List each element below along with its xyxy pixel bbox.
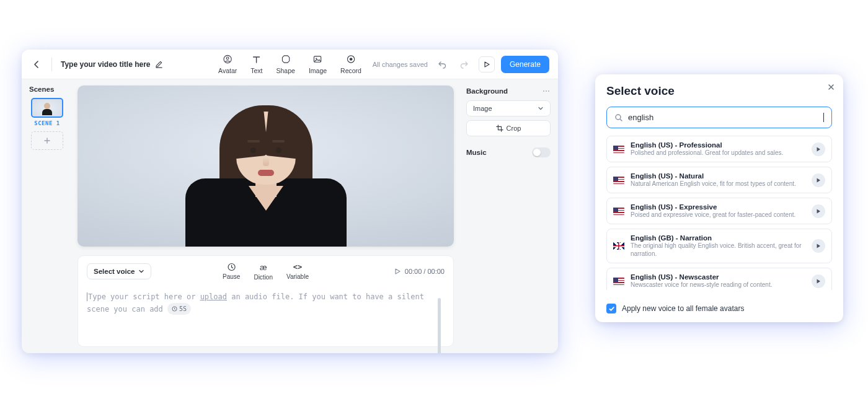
voice-description: Natural American English voice, fit for … bbox=[631, 180, 805, 188]
time-display: 00:00 / 00:00 bbox=[405, 268, 445, 275]
close-icon bbox=[828, 84, 835, 90]
upload-link[interactable]: upload bbox=[200, 292, 227, 301]
scene-thumbnail[interactable] bbox=[31, 98, 63, 118]
image-icon bbox=[312, 55, 322, 64]
modal-title: Select voice bbox=[606, 84, 832, 98]
insert-record-label: Record bbox=[340, 67, 361, 74]
editor-header: Type your video title here Avatar Text S… bbox=[22, 50, 558, 79]
insert-toolbar: Avatar Text Shape Image Record bbox=[218, 55, 361, 74]
redo-button[interactable] bbox=[456, 56, 472, 72]
voice-description: Newscaster voice for news-style reading … bbox=[631, 281, 805, 289]
voice-play-button[interactable] bbox=[812, 173, 825, 187]
scene-label: SCENE 1 bbox=[27, 120, 68, 126]
select-voice-button[interactable]: Select voice bbox=[87, 263, 151, 279]
header-divider bbox=[51, 58, 52, 71]
voice-option[interactable]: English (US) - Newscaster Newscaster voi… bbox=[606, 268, 832, 290]
shape-icon bbox=[281, 55, 291, 64]
add-scene-button[interactable] bbox=[31, 131, 63, 150]
crop-button[interactable]: Crop bbox=[466, 120, 551, 136]
scrollbar[interactable] bbox=[438, 298, 441, 353]
play-outline-icon[interactable] bbox=[394, 268, 401, 275]
voice-play-button[interactable] bbox=[812, 239, 825, 253]
script-variable-button[interactable]: <> Variable bbox=[286, 263, 309, 281]
flag-us-icon bbox=[613, 146, 624, 153]
video-editor-window: Type your video title here Avatar Text S… bbox=[22, 50, 558, 353]
script-timer: 00:00 / 00:00 bbox=[394, 268, 445, 275]
background-type-select[interactable]: Image bbox=[466, 100, 551, 116]
voice-play-button[interactable] bbox=[812, 274, 825, 288]
variable-label: Variable bbox=[286, 273, 309, 280]
voice-play-button[interactable] bbox=[812, 142, 825, 156]
voice-name: English (GB) - Narration bbox=[631, 234, 805, 242]
background-type-value: Image bbox=[473, 105, 492, 112]
text-cursor bbox=[823, 113, 824, 122]
variable-icon: <> bbox=[293, 263, 302, 271]
voice-modal-footer: Apply new voice to all female avatars bbox=[606, 296, 832, 314]
voice-description: Poised and expressive voice, great for f… bbox=[631, 211, 805, 219]
video-title-input[interactable]: Type your video title here bbox=[61, 60, 150, 69]
apply-all-checkbox[interactable] bbox=[606, 304, 616, 314]
insert-record-button[interactable]: Record bbox=[340, 55, 361, 74]
voice-description: Polished and professional. Great for upd… bbox=[631, 149, 805, 157]
script-textarea[interactable]: Type your script here or upload an audio… bbox=[87, 291, 445, 316]
voice-name: English (US) - Natural bbox=[631, 172, 805, 180]
svg-point-3 bbox=[316, 58, 317, 59]
record-icon bbox=[346, 55, 356, 64]
edit-title-icon[interactable] bbox=[155, 60, 163, 68]
canvas-stage[interactable] bbox=[78, 86, 454, 247]
clock-small-icon bbox=[172, 306, 177, 312]
background-section-title: Background bbox=[466, 87, 508, 95]
preview-button[interactable] bbox=[479, 56, 495, 72]
script-placeholder-1: Type your script here or bbox=[88, 292, 200, 301]
clock-icon bbox=[227, 263, 236, 271]
insert-shape-button[interactable]: Shape bbox=[277, 55, 295, 74]
crop-label: Crop bbox=[507, 125, 521, 132]
script-diction-button[interactable]: æ Diction bbox=[254, 263, 273, 281]
redo-icon bbox=[460, 60, 469, 69]
voice-option[interactable]: English (GB) - Narration The original hi… bbox=[606, 229, 832, 263]
script-pause-button[interactable]: Pause bbox=[223, 263, 240, 281]
insert-shape-label: Shape bbox=[277, 67, 295, 74]
play-icon bbox=[816, 243, 821, 248]
checkmark-icon bbox=[608, 305, 615, 312]
insert-image-button[interactable]: Image bbox=[309, 55, 327, 74]
plus-icon bbox=[43, 137, 51, 144]
pause-chip-value: 5S bbox=[179, 304, 187, 314]
apply-all-label: Apply new voice to all female avatars bbox=[622, 304, 744, 313]
voice-option[interactable]: English (US) - Natural Natural American … bbox=[606, 167, 832, 193]
flag-gb-icon bbox=[613, 242, 624, 250]
voice-name: English (US) - Newscaster bbox=[631, 273, 805, 281]
canvas-area: Select voice Pause æ Diction bbox=[73, 79, 459, 353]
voice-list: English (US) - Professional Polished and… bbox=[606, 136, 832, 290]
play-icon bbox=[816, 147, 821, 152]
insert-text-button[interactable]: Text bbox=[250, 55, 262, 74]
play-icon bbox=[816, 178, 821, 183]
scenes-panel-title: Scenes bbox=[27, 86, 68, 93]
voice-option[interactable]: English (US) - Expressive Poised and exp… bbox=[606, 198, 832, 224]
music-toggle[interactable] bbox=[532, 147, 551, 157]
undo-button[interactable] bbox=[434, 56, 450, 72]
select-voice-modal: Select voice English (US) - Professional… bbox=[595, 74, 843, 322]
insert-avatar-button[interactable]: Avatar bbox=[218, 55, 237, 74]
save-status: All changes saved bbox=[373, 61, 428, 68]
back-button[interactable] bbox=[30, 58, 43, 71]
pause-label: Pause bbox=[223, 273, 240, 280]
generate-button[interactable]: Generate bbox=[501, 56, 549, 73]
play-icon bbox=[483, 61, 490, 68]
pause-chip: 5S bbox=[167, 303, 191, 315]
voice-search-field[interactable] bbox=[606, 107, 832, 128]
background-menu-button[interactable]: ⋯ bbox=[542, 87, 551, 95]
svg-point-5 bbox=[350, 58, 353, 61]
voice-option[interactable]: English (US) - Professional Polished and… bbox=[606, 136, 832, 162]
flag-us-icon bbox=[613, 177, 624, 184]
inspector-panel: Background ⋯ Image Crop Music bbox=[459, 79, 558, 353]
voice-play-button[interactable] bbox=[812, 204, 825, 218]
title-area[interactable]: Type your video title here bbox=[61, 60, 163, 69]
voice-description: The original high quality English voice.… bbox=[631, 242, 805, 258]
voice-search-input[interactable] bbox=[628, 113, 818, 122]
flag-us-icon bbox=[613, 208, 624, 215]
avatar-figure[interactable] bbox=[185, 92, 347, 247]
close-modal-button[interactable] bbox=[825, 81, 837, 93]
script-panel: Select voice Pause æ Diction bbox=[78, 255, 454, 347]
text-icon bbox=[252, 55, 262, 64]
